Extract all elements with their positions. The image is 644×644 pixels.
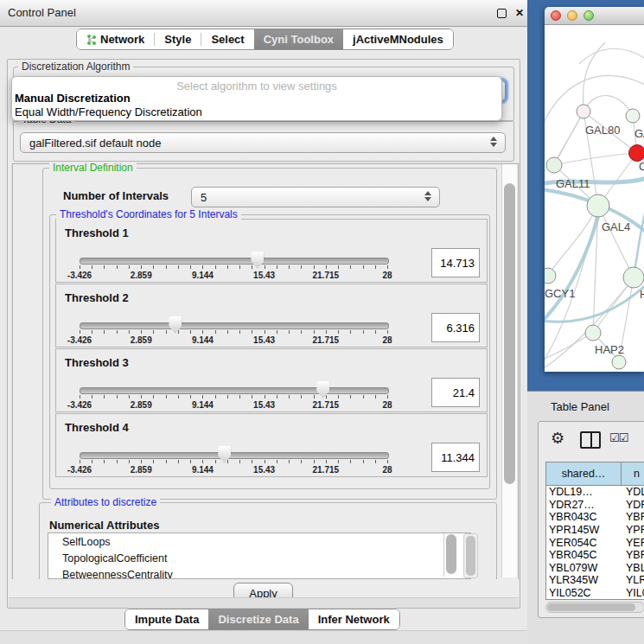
network-node[interactable] [612, 355, 626, 369]
column-header-shared-name[interactable]: shared… [546, 462, 622, 485]
tab-label: Cyni Toolbox [264, 33, 334, 46]
column-header-name[interactable]: n [622, 462, 644, 485]
zoom-traffic-light[interactable] [583, 10, 594, 21]
cell-shared-name: YPR145W [546, 524, 622, 536]
slider-ticks [80, 395, 387, 399]
slider-tick-labels: -3.4262.8599.14415.4321.71528 [80, 271, 387, 280]
tab-jactivemnodules[interactable]: jActiveMNodules [343, 29, 453, 49]
threshold-slider-track[interactable] [80, 452, 389, 459]
split-columns-icon[interactable] [580, 431, 601, 449]
tab-style[interactable]: Style [155, 29, 201, 49]
table-data-value: galFiltered.sif default node [29, 137, 161, 150]
combo-arrows-icon [490, 137, 497, 147]
panel-bottom-shade [9, 597, 519, 608]
network-edge[interactable] [554, 153, 637, 165]
cell-name: YER0 [622, 537, 644, 549]
attribute-list-item[interactable]: BetweennessCentrality [48, 566, 470, 579]
close-icon[interactable]: ✕ [514, 8, 525, 18]
threshold-value-field[interactable]: 21.4 [431, 378, 480, 407]
cell-shared-name: YLR345W [546, 574, 622, 586]
popup-item-equal-width[interactable]: Equal Width/Frequency Discretization [15, 105, 202, 118]
gear-icon[interactable]: ⚙ [551, 430, 564, 446]
network-edge-highlighted[interactable] [545, 210, 600, 323]
cell-name: YDR2 [622, 499, 644, 511]
threshold-slider-track[interactable] [80, 387, 389, 394]
num-intervals-combobox[interactable]: 5 [191, 187, 440, 207]
attributes-pane-scrollbar[interactable] [463, 533, 478, 578]
tab-label: Infer Network [318, 613, 390, 626]
tab-label: Network [100, 33, 144, 46]
float-window-icon[interactable] [496, 8, 507, 18]
popup-item-manual-discretization[interactable]: Manual Discretization [15, 92, 131, 105]
slider-tick-labels: -3.4262.8599.14415.4321.71528 [80, 400, 387, 410]
table-row[interactable]: YBR045CYBR0 [546, 549, 644, 562]
network-window-titlebar [545, 7, 644, 25]
slider-tick-labels: -3.4262.8599.14415.4321.71528 [80, 335, 387, 345]
cell-shared-name: YDL19… [546, 486, 622, 498]
threshold-slider-track[interactable] [80, 322, 389, 329]
attribute-list-item[interactable]: SelfLoops [48, 533, 470, 550]
settings-vertical-scrollbar[interactable] [501, 164, 517, 577]
select-columns-icon[interactable]: ☑☑ [609, 431, 628, 444]
table-panel: Table Panel ⚙ ☑☑ shared… n YDL19…YDL1YDR… [527, 391, 644, 644]
network-node-hap2[interactable] [585, 325, 601, 341]
table-row[interactable]: YDL19…YDL1 [546, 486, 644, 499]
threshold-value-field[interactable]: 6.316 [431, 313, 480, 342]
network-node-label: HAP2 [595, 343, 624, 356]
table-row[interactable]: YBL079WYBL0 [546, 562, 644, 575]
network-node-ga[interactable] [626, 109, 640, 123]
network-edge[interactable] [554, 112, 583, 165]
network-node-label: GA [634, 127, 644, 140]
tab-label: jActiveMNodules [353, 33, 443, 46]
control-panel-titlebar: Control Panel ✕ [0, 0, 527, 27]
cell-shared-name: YBR045C [546, 549, 622, 561]
attribute-list-scrollbar[interactable] [443, 533, 458, 577]
network-node-gal11[interactable] [546, 157, 562, 173]
network-edge[interactable] [583, 95, 633, 116]
network-node-label: GAL11 [556, 177, 590, 190]
attributes-group-label: Attributes to discretize [51, 496, 160, 508]
network-edge[interactable] [579, 48, 644, 64]
table-row[interactable]: YPR145WYPR1 [546, 524, 644, 537]
tab-select[interactable]: Select [201, 29, 253, 49]
tab-network[interactable]: Network [77, 29, 154, 49]
network-node-gcy1[interactable] [545, 268, 556, 284]
table-data-combobox[interactable]: galFiltered.sif default node [20, 132, 506, 153]
threshold-row-1: Threshold 1-3.4262.8599.14415.4321.71528… [55, 219, 488, 283]
node-table-header: shared… n [546, 462, 644, 486]
network-edge[interactable] [545, 75, 644, 131]
cell-shared-name: YBL079W [546, 562, 622, 574]
close-traffic-light[interactable] [551, 10, 561, 21]
tab-discretize-data[interactable]: Discretize Data [208, 609, 308, 629]
num-intervals-label: Number of Intervals [63, 189, 169, 202]
cell-shared-name: YIL052C [546, 587, 622, 599]
cyni-toolbox-content: Discretization Algorithm Table Data galF… [7, 59, 520, 609]
threshold-value-field[interactable]: 11.344 [431, 443, 480, 472]
threshold-slider-track[interactable] [80, 258, 389, 265]
network-node-c[interactable] [629, 145, 644, 162]
network-node-h[interactable] [623, 267, 644, 288]
network-node-label: C [639, 160, 644, 173]
algorithm-dropdown-popup: Select algorithm to view settings Manual… [11, 76, 502, 121]
network-edge[interactable] [598, 206, 634, 277]
minimize-traffic-light[interactable] [567, 10, 577, 21]
table-row[interactable]: YBR043CYBR0 [546, 511, 644, 524]
numerical-attributes-list[interactable]: SelfLoopsTopologicalCoefficientBetweenne… [48, 532, 471, 579]
num-intervals-value: 5 [201, 191, 207, 204]
table-row[interactable]: YDR27…YDR2 [546, 499, 644, 512]
threshold-row-3: Threshold 3-3.4262.8599.14415.4321.71528… [55, 348, 488, 412]
tab-impute-data[interactable]: Impute Data [125, 609, 208, 629]
threshold-value-field[interactable]: 14.713 [431, 248, 480, 277]
network-node-gal80[interactable] [577, 105, 590, 118]
threshold-label: Threshold 3 [65, 356, 129, 369]
table-row[interactable]: YLR345WYLR3 [546, 574, 644, 587]
network-node-label: GAL80 [585, 124, 620, 137]
tab-infer-network[interactable]: Infer Network [309, 609, 399, 629]
table-row[interactable]: YIL052CYIL0 [546, 587, 644, 600]
table-horizontal-scrollbar[interactable] [545, 602, 644, 613]
attribute-list-item[interactable]: TopologicalCoefficient [48, 550, 470, 566]
network-node-gal4[interactable] [587, 194, 609, 217]
network-canvas[interactable]: GAL80GACGAL11GAL4GCY1HHAP2 [545, 25, 644, 372]
table-row[interactable]: YER054CYER0 [546, 536, 644, 549]
tab-cyni-toolbox[interactable]: Cyni Toolbox [254, 29, 343, 49]
